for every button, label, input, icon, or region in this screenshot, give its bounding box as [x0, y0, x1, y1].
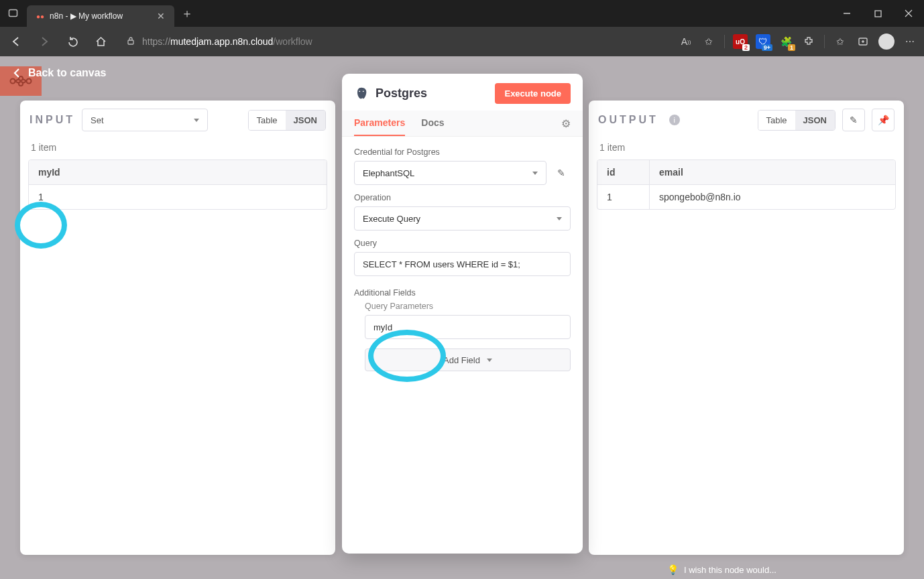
- query-parameters-input[interactable]: myId: [365, 315, 571, 339]
- svg-line-16: [23, 81, 27, 83]
- tab-docs[interactable]: Docs: [421, 111, 444, 136]
- gear-icon[interactable]: ⚙: [561, 117, 571, 130]
- table-cell: 1: [597, 185, 650, 209]
- refresh-button[interactable]: [63, 32, 82, 51]
- info-icon[interactable]: i: [669, 115, 680, 125]
- feedback-label: I wish this node would...: [684, 565, 776, 575]
- input-json-toggle[interactable]: JSON: [286, 111, 325, 130]
- output-item-count: 1 item: [589, 139, 904, 159]
- output-table-toggle[interactable]: Table: [758, 111, 795, 130]
- svg-rect-5: [128, 40, 133, 44]
- app-viewport: Back to canvas INPUT Set Table JSON 1 it…: [0, 56, 924, 579]
- column-header: email: [650, 160, 895, 184]
- svg-line-14: [15, 81, 19, 83]
- tabs-overview-button[interactable]: [0, 8, 27, 19]
- node-settings-panel: Postgres Execute node Parameters Docs ⚙ …: [342, 74, 583, 554]
- operation-select[interactable]: Execute Query: [354, 206, 571, 231]
- pin-output-button[interactable]: 📌: [872, 109, 894, 131]
- forward-button: [35, 32, 54, 51]
- extensions-menu-icon[interactable]: [801, 34, 816, 49]
- add-field-button[interactable]: Add Field: [365, 348, 571, 371]
- query-parameters-label: Query Parameters: [365, 302, 571, 311]
- input-table: myId 1: [28, 159, 327, 210]
- chevron-down-icon: [487, 359, 492, 362]
- tab-title: n8n - ▶ My workflow: [50, 11, 152, 21]
- profile-avatar[interactable]: [878, 34, 894, 50]
- edit-credential-icon[interactable]: ✎: [552, 168, 571, 178]
- additional-fields-label: Additional Fields: [354, 288, 571, 298]
- lock-icon: [126, 36, 135, 48]
- parameters-form: Credential for Postgres ElephantSQL ✎ Op…: [342, 137, 583, 381]
- window-controls: [831, 0, 924, 27]
- collections-icon[interactable]: [856, 34, 870, 49]
- chevron-down-icon: [557, 217, 562, 220]
- menu-button[interactable]: ⋯: [903, 34, 917, 49]
- credential-label: Credential for Postgres: [354, 147, 571, 157]
- back-link-label: Back to canvas: [28, 67, 107, 79]
- column-header: myId: [29, 160, 327, 184]
- input-item-count: 1 item: [20, 139, 335, 159]
- read-aloud-icon[interactable]: A)): [679, 34, 693, 49]
- svg-point-9: [11, 79, 15, 84]
- titlebar: ●● n8n - ▶ My workflow ✕ ＋: [0, 0, 924, 27]
- svg-point-18: [363, 90, 364, 92]
- home-button[interactable]: [91, 32, 110, 51]
- back-to-canvas-link[interactable]: Back to canvas: [12, 67, 107, 79]
- svg-point-12: [27, 79, 32, 84]
- query-label: Query: [354, 239, 571, 248]
- feedback-prompt[interactable]: 💡 I wish this node would...: [667, 564, 776, 575]
- edit-output-button[interactable]: ✎: [842, 109, 865, 131]
- svg-rect-0: [9, 10, 17, 17]
- execute-node-button[interactable]: Execute node: [495, 83, 571, 104]
- new-tab-button[interactable]: ＋: [181, 5, 193, 21]
- panel-tabs: Parameters Docs ⚙: [342, 111, 583, 137]
- output-table: id email 1 spongebob@n8n.io: [597, 159, 896, 210]
- table-row: 1: [29, 185, 327, 209]
- minimize-button[interactable]: [831, 0, 862, 27]
- table-row: 1 spongebob@n8n.io: [597, 185, 895, 209]
- ublock-icon[interactable]: uO2: [733, 34, 748, 49]
- credential-select[interactable]: ElephantSQL: [354, 161, 546, 185]
- operation-label: Operation: [354, 193, 571, 202]
- back-button[interactable]: [7, 32, 25, 51]
- arrow-left-icon: [12, 68, 23, 78]
- table-cell: 1: [29, 185, 327, 209]
- output-panel-title: OUTPUT: [598, 114, 658, 126]
- browser-chrome: ●● n8n - ▶ My workflow ✕ ＋ https://muted…: [0, 0, 924, 56]
- input-panel: INPUT Set Table JSON 1 item myId 1: [20, 101, 335, 555]
- table-header-row: myId: [29, 160, 327, 185]
- input-panel-title: INPUT: [30, 114, 75, 126]
- table-header-row: id email: [597, 160, 895, 185]
- lightbulb-icon: 💡: [667, 564, 679, 575]
- svg-point-17: [359, 90, 360, 92]
- input-view-toggle: Table JSON: [248, 110, 326, 131]
- maximize-button[interactable]: [862, 0, 893, 27]
- extension-icon[interactable]: 🧩1: [778, 34, 793, 49]
- query-input[interactable]: SELECT * FROM users WHERE id = $1;: [354, 252, 571, 276]
- favorites-bar-icon[interactable]: ✩: [833, 34, 848, 49]
- extension-icons: A)) ✩ uO2 🛡9+ 🧩1 ✩ ⋯: [679, 34, 917, 50]
- node-title: Postgres: [376, 86, 488, 101]
- table-cell: spongebob@n8n.io: [650, 185, 895, 209]
- svg-rect-2: [875, 11, 881, 17]
- close-window-button[interactable]: [893, 0, 924, 27]
- output-view-toggle: Table JSON: [758, 110, 835, 131]
- tab-parameters[interactable]: Parameters: [354, 111, 405, 136]
- favorite-icon[interactable]: ✩: [701, 34, 716, 49]
- close-tab-icon[interactable]: ✕: [157, 11, 165, 21]
- output-json-toggle[interactable]: JSON: [795, 111, 835, 130]
- browser-toolbar: https://mutedjam.app.n8n.cloud/workflow …: [0, 27, 924, 56]
- chevron-down-icon: [194, 119, 199, 122]
- svg-point-11: [19, 82, 23, 86]
- address-bar[interactable]: https://mutedjam.app.n8n.cloud/workflow: [119, 31, 669, 52]
- bitwarden-icon[interactable]: 🛡9+: [756, 34, 770, 49]
- chevron-down-icon: [532, 172, 538, 175]
- output-panel: OUTPUT i Table JSON ✎ 📌 1 item id email …: [589, 101, 904, 555]
- url-text: https://mutedjam.app.n8n.cloud/workflow: [142, 36, 312, 47]
- browser-tab[interactable]: ●● n8n - ▶ My workflow ✕: [27, 5, 174, 27]
- column-header: id: [597, 160, 650, 184]
- input-table-toggle[interactable]: Table: [249, 111, 286, 130]
- input-source-select[interactable]: Set: [82, 109, 208, 131]
- postgres-icon: [354, 86, 369, 101]
